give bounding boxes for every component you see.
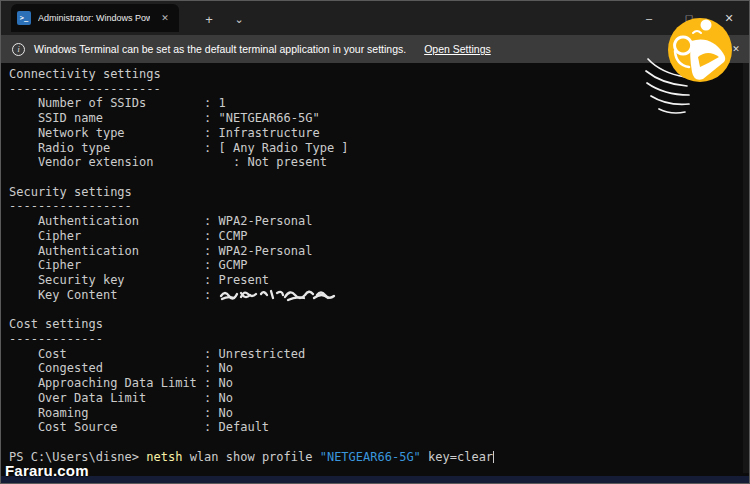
- tab-close-icon[interactable]: ✕: [157, 10, 173, 26]
- terminal-window: >_ Administrator: Windows PowerShell ✕ +…: [0, 0, 750, 484]
- tab-dropdown-icon[interactable]: ⌄: [227, 9, 251, 29]
- blank-line: [9, 303, 749, 318]
- terminal-line: Roaming : No: [9, 406, 749, 421]
- terminal-line: SSID name : "NETGEAR66-5G": [9, 111, 749, 126]
- terminal-line: Authentication : WPA2-Personal: [9, 244, 749, 259]
- key-content-label: Key Content :: [9, 288, 219, 302]
- powershell-icon: >_: [17, 11, 31, 25]
- minimize-button[interactable]: –: [629, 1, 669, 35]
- section-underline: -----------------: [9, 199, 749, 214]
- info-icon: i: [12, 43, 25, 56]
- prompt-string-argument: "NETGEAR66-5G": [320, 450, 421, 464]
- terminal-content[interactable]: Connectivity settings ------------------…: [1, 63, 749, 479]
- redacted-key-scribble: [219, 288, 341, 302]
- terminal-line: Network type : Infrastructure: [9, 126, 749, 141]
- terminal-line: Security key : Present: [9, 273, 749, 288]
- bottom-strip: [1, 476, 749, 483]
- prompt-line[interactable]: PS C:\Users\disne> netsh wlan show profi…: [9, 450, 749, 465]
- new-tab-button[interactable]: +: [197, 9, 221, 29]
- prompt-args: wlan show profile: [182, 450, 319, 464]
- prompt-args: key=clear: [421, 450, 493, 464]
- caption-buttons: – □ ✕: [629, 1, 749, 35]
- section-header: Connectivity settings: [9, 67, 749, 82]
- tab-powershell[interactable]: >_ Administrator: Windows PowerShell ✕: [11, 4, 179, 32]
- section-header: Security settings: [9, 185, 749, 200]
- terminal-line: Vendor extension : Not present: [9, 155, 749, 170]
- prompt-command: netsh: [146, 450, 182, 464]
- section-header: Cost settings: [9, 317, 749, 332]
- section-underline: ---------------------: [9, 82, 749, 97]
- scrollbar[interactable]: [743, 63, 749, 473]
- blank-line: [9, 435, 749, 450]
- terminal-line: Cost Source : Default: [9, 420, 749, 435]
- terminal-line: Cost : Unrestricted: [9, 347, 749, 362]
- close-button[interactable]: ✕: [709, 1, 749, 35]
- watermark-text: Fararu.com: [5, 462, 89, 479]
- terminal-line: Radio type : [ Any Radio Type ]: [9, 141, 749, 156]
- terminal-line: Over Data Limit : No: [9, 391, 749, 406]
- terminal-line: Authentication : WPA2-Personal: [9, 214, 749, 229]
- terminal-line: Number of SSIDs : 1: [9, 96, 749, 111]
- section-underline: -------------: [9, 332, 749, 347]
- banner-message: Windows Terminal can be set as the defau…: [34, 43, 406, 55]
- key-content-line: Key Content :: [9, 288, 749, 303]
- terminal-line: Cipher : GCMP: [9, 258, 749, 273]
- titlebar[interactable]: >_ Administrator: Windows PowerShell ✕ +…: [1, 1, 749, 35]
- maximize-button[interactable]: □: [669, 1, 709, 35]
- banner-close-icon[interactable]: ✕: [729, 42, 743, 56]
- open-settings-link[interactable]: Open Settings: [424, 43, 491, 55]
- text-cursor: [493, 451, 494, 463]
- default-terminal-banner: i Windows Terminal can be set as the def…: [1, 35, 749, 63]
- tab-title: Administrator: Windows PowerShell: [38, 13, 150, 23]
- terminal-line: Congested : No: [9, 361, 749, 376]
- terminal-line: Approaching Data Limit : No: [9, 376, 749, 391]
- terminal-line: Cipher : CCMP: [9, 229, 749, 244]
- blank-line: [9, 170, 749, 185]
